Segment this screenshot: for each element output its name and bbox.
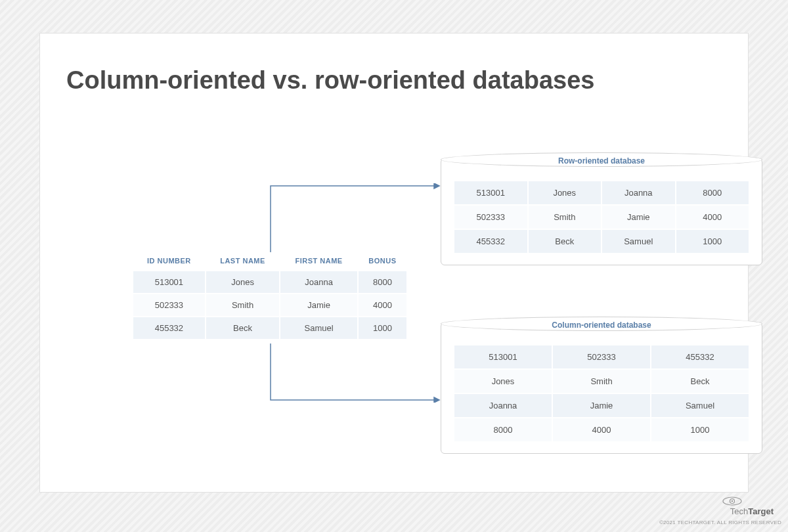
table-row: 513001 502333 455332 [454,345,749,368]
techtarget-logo: TechTarget [730,506,774,516]
logo-bold: Target [748,506,774,516]
row-db-label: Row-oriented database [441,156,762,166]
table-row: Joanna Jamie Samuel [454,394,749,417]
table-row: 502333 Smith Jamie 4000 [454,206,749,229]
table-row: 502333 Smith Jamie 4000 [133,294,406,316]
header-firstname: FIRST NAME [280,252,357,270]
svg-point-4 [732,500,733,502]
svg-marker-1 [434,397,439,403]
logo-light: Tech [730,506,748,516]
col-db-label: Column-oriented database [441,321,762,330]
table-row: 455332 Beck Samuel 1000 [133,317,406,339]
arrow-to-col-db [270,344,441,403]
table-row: 455332 Beck Samuel 1000 [454,230,749,253]
svg-marker-0 [434,183,439,188]
diagram-card: Column-oriented vs. row-oriented databas… [39,33,749,493]
table-row: Jones Smith Beck [454,370,749,393]
header-lastname: LAST NAME [206,252,279,270]
source-table-header-row: ID NUMBER LAST NAME FIRST NAME BONUS [133,252,406,270]
header-bonus: BONUS [359,252,406,270]
diagram-title: Column-oriented vs. row-oriented databas… [66,66,722,95]
table-row: 8000 4000 1000 [454,418,749,441]
table-row: 513001 Jones Joanna 8000 [454,181,749,204]
row-oriented-db-cylinder: Row-oriented database 513001 Jones Joann… [441,158,762,265]
table-row: 513001 Jones Joanna 8000 [133,271,406,293]
techtarget-eye-icon [722,497,742,506]
source-table: ID NUMBER LAST NAME FIRST NAME BONUS 513… [132,250,408,340]
header-id: ID NUMBER [133,252,205,270]
copyright-text: ©2021 TECHTARGET. ALL RIGHTS RESERVED [659,520,781,525]
arrow-to-row-db [270,183,441,252]
column-oriented-db-cylinder: Column-oriented database 513001 502333 4… [441,322,762,454]
